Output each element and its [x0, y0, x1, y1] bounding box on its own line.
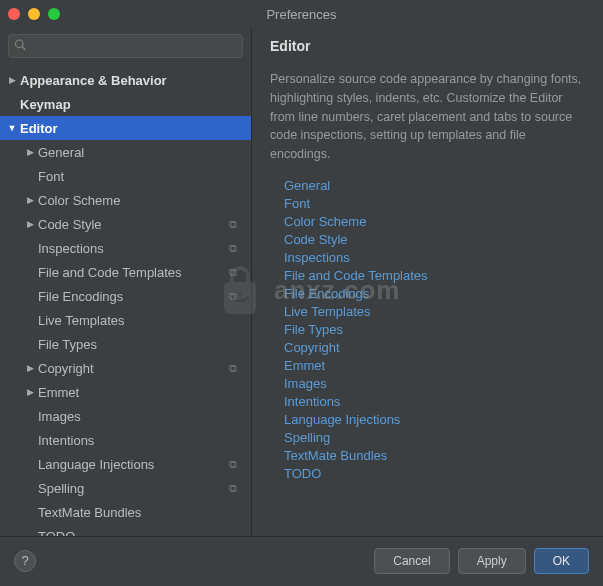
editor-link-todo[interactable]: TODO: [284, 466, 321, 481]
tree-item-emmet[interactable]: ▶Emmet: [0, 380, 251, 404]
search-input[interactable]: [8, 34, 243, 58]
expand-arrow-icon[interactable]: ▶: [4, 75, 20, 85]
list-item: TODO: [284, 466, 585, 481]
list-item: Live Templates: [284, 304, 585, 319]
help-button[interactable]: ?: [14, 550, 36, 572]
tree-item-keymap[interactable]: Keymap: [0, 92, 251, 116]
sidebar: ▶Appearance & BehaviorKeymap▼Editor▶Gene…: [0, 28, 252, 536]
editor-link-images[interactable]: Images: [284, 376, 327, 391]
tree-item-color-scheme[interactable]: ▶Color Scheme: [0, 188, 251, 212]
editor-link-inspections[interactable]: Inspections: [284, 250, 350, 265]
editor-link-live-templates[interactable]: Live Templates: [284, 304, 370, 319]
preferences-tree: ▶Appearance & BehaviorKeymap▼Editor▶Gene…: [0, 64, 251, 536]
tree-item-copyright[interactable]: ▶Copyright⧉: [0, 356, 251, 380]
cancel-button[interactable]: Cancel: [374, 548, 449, 574]
editor-link-textmate-bundles[interactable]: TextMate Bundles: [284, 448, 387, 463]
list-item: Spelling: [284, 430, 585, 445]
tree-item-label: Emmet: [38, 385, 243, 400]
tree-item-live-templates[interactable]: Live Templates: [0, 308, 251, 332]
tree-item-file-encodings[interactable]: File Encodings⧉: [0, 284, 251, 308]
expand-arrow-icon[interactable]: ▶: [22, 219, 38, 229]
tree-item-font[interactable]: Font: [0, 164, 251, 188]
project-level-badge-icon: ⧉: [229, 266, 237, 279]
tree-item-label: General: [38, 145, 243, 160]
tree-item-label: Font: [38, 169, 243, 184]
list-item: Emmet: [284, 358, 585, 373]
tree-item-label: File Types: [38, 337, 243, 352]
list-item: Copyright: [284, 340, 585, 355]
titlebar: Preferences: [0, 0, 603, 28]
list-item: Language Injections: [284, 412, 585, 427]
tree-item-label: Code Style: [38, 217, 229, 232]
editor-link-emmet[interactable]: Emmet: [284, 358, 325, 373]
tree-item-label: Editor: [20, 121, 243, 136]
editor-link-font[interactable]: Font: [284, 196, 310, 211]
list-item: Font: [284, 196, 585, 211]
svg-point-0: [16, 40, 24, 48]
project-level-badge-icon: ⧉: [229, 458, 237, 471]
tree-item-label: Intentions: [38, 433, 243, 448]
tree-item-code-style[interactable]: ▶Code Style⧉: [0, 212, 251, 236]
editor-link-general[interactable]: General: [284, 178, 330, 193]
expand-arrow-icon[interactable]: ▶: [22, 195, 38, 205]
expand-arrow-icon[interactable]: ▼: [4, 123, 20, 133]
list-item: Images: [284, 376, 585, 391]
minimize-window-icon[interactable]: [28, 8, 40, 20]
tree-item-textmate-bundles[interactable]: TextMate Bundles: [0, 500, 251, 524]
tree-item-label: TODO: [38, 529, 243, 537]
tree-item-label: TextMate Bundles: [38, 505, 243, 520]
list-item: Color Scheme: [284, 214, 585, 229]
footer: ? Cancel Apply OK: [0, 536, 603, 584]
project-level-badge-icon: ⧉: [229, 290, 237, 303]
project-level-badge-icon: ⧉: [229, 362, 237, 375]
list-item: Intentions: [284, 394, 585, 409]
editor-link-copyright[interactable]: Copyright: [284, 340, 340, 355]
close-window-icon[interactable]: [8, 8, 20, 20]
expand-arrow-icon[interactable]: ▶: [22, 387, 38, 397]
tree-item-label: Live Templates: [38, 313, 243, 328]
tree-item-general[interactable]: ▶General: [0, 140, 251, 164]
editor-link-file-encodings[interactable]: File Encodings: [284, 286, 369, 301]
tree-item-appearance-behavior[interactable]: ▶Appearance & Behavior: [0, 68, 251, 92]
content-area: ▶Appearance & BehaviorKeymap▼Editor▶Gene…: [0, 28, 603, 536]
list-item: File and Code Templates: [284, 268, 585, 283]
tree-item-todo[interactable]: TODO: [0, 524, 251, 536]
project-level-badge-icon: ⧉: [229, 482, 237, 495]
tree-item-intentions[interactable]: Intentions: [0, 428, 251, 452]
tree-item-images[interactable]: Images: [0, 404, 251, 428]
editor-link-file-types[interactable]: File Types: [284, 322, 343, 337]
editor-link-language-injections[interactable]: Language Injections: [284, 412, 400, 427]
page-title: Editor: [270, 38, 585, 54]
tree-item-label: Inspections: [38, 241, 229, 256]
editor-links: GeneralFontColor SchemeCode StyleInspect…: [270, 178, 585, 481]
tree-item-editor[interactable]: ▼Editor: [0, 116, 251, 140]
maximize-window-icon[interactable]: [48, 8, 60, 20]
tree-item-label: File and Code Templates: [38, 265, 229, 280]
project-level-badge-icon: ⧉: [229, 242, 237, 255]
list-item: File Encodings: [284, 286, 585, 301]
tree-item-inspections[interactable]: Inspections⧉: [0, 236, 251, 260]
expand-arrow-icon[interactable]: ▶: [22, 147, 38, 157]
search-wrap: [0, 28, 251, 64]
ok-button[interactable]: OK: [534, 548, 589, 574]
page-description: Personalize source code appearance by ch…: [270, 70, 585, 164]
tree-item-label: Images: [38, 409, 243, 424]
list-item: TextMate Bundles: [284, 448, 585, 463]
tree-item-file-and-code-templates[interactable]: File and Code Templates⧉: [0, 260, 251, 284]
main-panel: Editor Personalize source code appearanc…: [252, 28, 603, 536]
editor-link-intentions[interactable]: Intentions: [284, 394, 340, 409]
tree-item-label: Keymap: [20, 97, 243, 112]
editor-link-color-scheme[interactable]: Color Scheme: [284, 214, 366, 229]
tree-item-label: Language Injections: [38, 457, 229, 472]
editor-link-spelling[interactable]: Spelling: [284, 430, 330, 445]
window-controls: [8, 8, 60, 20]
tree-item-file-types[interactable]: File Types: [0, 332, 251, 356]
apply-button[interactable]: Apply: [458, 548, 526, 574]
tree-item-spelling[interactable]: Spelling⧉: [0, 476, 251, 500]
tree-item-label: Spelling: [38, 481, 229, 496]
editor-link-file-and-code-templates[interactable]: File and Code Templates: [284, 268, 428, 283]
tree-item-language-injections[interactable]: Language Injections⧉: [0, 452, 251, 476]
editor-link-code-style[interactable]: Code Style: [284, 232, 348, 247]
expand-arrow-icon[interactable]: ▶: [22, 363, 38, 373]
list-item: Code Style: [284, 232, 585, 247]
